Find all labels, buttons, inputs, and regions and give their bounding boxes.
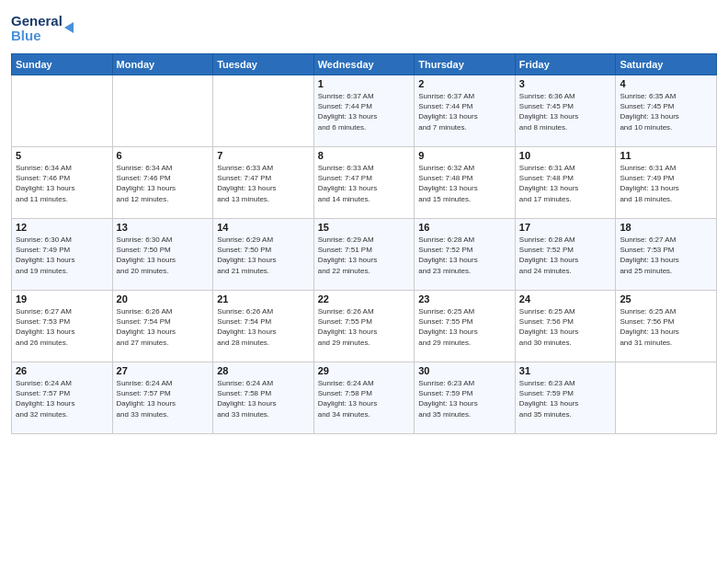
- calendar-cell: 1Sunrise: 6:37 AM Sunset: 7:44 PM Daylig…: [313, 75, 415, 147]
- day-number: 24: [519, 293, 612, 304]
- day-number: 19: [16, 293, 108, 304]
- day-info: Sunrise: 6:27 AM Sunset: 7:53 PM Dayligh…: [620, 235, 712, 276]
- svg-text:Blue: Blue: [11, 28, 41, 43]
- day-number: 3: [519, 78, 612, 89]
- day-info: Sunrise: 6:35 AM Sunset: 7:45 PM Dayligh…: [620, 91, 712, 132]
- day-number: 20: [117, 293, 210, 304]
- day-info: Sunrise: 6:30 AM Sunset: 7:50 PM Dayligh…: [117, 235, 210, 276]
- calendar-week-1: 1Sunrise: 6:37 AM Sunset: 7:44 PM Daylig…: [12, 75, 717, 147]
- day-number: 30: [418, 365, 511, 376]
- day-info: Sunrise: 6:34 AM Sunset: 7:46 PM Dayligh…: [117, 163, 210, 204]
- day-number: 21: [217, 293, 310, 304]
- svg-marker-2: [64, 22, 74, 33]
- day-info: Sunrise: 6:29 AM Sunset: 7:51 PM Dayligh…: [318, 235, 411, 276]
- day-info: Sunrise: 6:31 AM Sunset: 7:48 PM Dayligh…: [519, 163, 612, 204]
- day-number: 13: [117, 222, 210, 233]
- calendar-cell: 16Sunrise: 6:28 AM Sunset: 7:52 PM Dayli…: [415, 219, 516, 291]
- weekday-header-wednesday: Wednesday: [313, 54, 415, 75]
- calendar-cell: 20Sunrise: 6:26 AM Sunset: 7:54 PM Dayli…: [112, 291, 213, 362]
- day-info: Sunrise: 6:26 AM Sunset: 7:55 PM Dayligh…: [318, 306, 411, 348]
- day-number: 6: [117, 150, 210, 161]
- day-info: Sunrise: 6:25 AM Sunset: 7:56 PM Dayligh…: [519, 306, 612, 348]
- day-info: Sunrise: 6:23 AM Sunset: 7:59 PM Dayligh…: [519, 378, 612, 419]
- calendar-cell: 27Sunrise: 6:24 AM Sunset: 7:57 PM Dayli…: [112, 362, 213, 434]
- svg-text:General: General: [11, 13, 63, 29]
- calendar-cell: 7Sunrise: 6:33 AM Sunset: 7:47 PM Daylig…: [213, 147, 314, 219]
- calendar-cell: 22Sunrise: 6:26 AM Sunset: 7:55 PM Dayli…: [313, 291, 415, 362]
- weekday-header-friday: Friday: [515, 54, 616, 75]
- day-info: Sunrise: 6:26 AM Sunset: 7:54 PM Dayligh…: [117, 306, 210, 348]
- calendar-cell: [12, 75, 113, 147]
- header: General Blue: [11, 9, 717, 46]
- day-info: Sunrise: 6:24 AM Sunset: 7:58 PM Dayligh…: [318, 378, 411, 419]
- weekday-header-row: SundayMondayTuesdayWednesdayThursdayFrid…: [12, 54, 717, 75]
- calendar-cell: 25Sunrise: 6:25 AM Sunset: 7:56 PM Dayli…: [616, 291, 717, 362]
- day-info: Sunrise: 6:33 AM Sunset: 7:47 PM Dayligh…: [217, 163, 310, 204]
- day-info: Sunrise: 6:28 AM Sunset: 7:52 PM Dayligh…: [519, 235, 612, 276]
- calendar-cell: 26Sunrise: 6:24 AM Sunset: 7:57 PM Dayli…: [12, 362, 113, 434]
- day-info: Sunrise: 6:30 AM Sunset: 7:49 PM Dayligh…: [16, 235, 108, 276]
- calendar-cell: 28Sunrise: 6:24 AM Sunset: 7:58 PM Dayli…: [213, 362, 314, 434]
- day-number: 4: [620, 78, 712, 89]
- calendar-cell: 14Sunrise: 6:29 AM Sunset: 7:50 PM Dayli…: [213, 219, 314, 291]
- logo-svg: General Blue: [11, 9, 75, 46]
- weekday-header-thursday: Thursday: [415, 54, 516, 75]
- weekday-header-monday: Monday: [112, 54, 213, 75]
- calendar-week-2: 5Sunrise: 6:34 AM Sunset: 7:46 PM Daylig…: [12, 147, 717, 219]
- day-number: 18: [620, 222, 712, 233]
- calendar-cell: 30Sunrise: 6:23 AM Sunset: 7:59 PM Dayli…: [415, 362, 516, 434]
- day-number: 7: [217, 150, 310, 161]
- day-info: Sunrise: 6:24 AM Sunset: 7:57 PM Dayligh…: [16, 378, 108, 419]
- day-info: Sunrise: 6:28 AM Sunset: 7:52 PM Dayligh…: [418, 235, 511, 276]
- day-info: Sunrise: 6:29 AM Sunset: 7:50 PM Dayligh…: [217, 235, 310, 276]
- day-number: 15: [318, 222, 411, 233]
- calendar-cell: [616, 362, 717, 434]
- calendar-cell: 29Sunrise: 6:24 AM Sunset: 7:58 PM Dayli…: [313, 362, 415, 434]
- calendar-cell: 18Sunrise: 6:27 AM Sunset: 7:53 PM Dayli…: [616, 219, 717, 291]
- day-info: Sunrise: 6:31 AM Sunset: 7:49 PM Dayligh…: [620, 163, 712, 204]
- calendar-week-5: 26Sunrise: 6:24 AM Sunset: 7:57 PM Dayli…: [12, 362, 717, 434]
- calendar-week-3: 12Sunrise: 6:30 AM Sunset: 7:49 PM Dayli…: [12, 219, 717, 291]
- day-number: 8: [318, 150, 411, 161]
- calendar-cell: 3Sunrise: 6:36 AM Sunset: 7:45 PM Daylig…: [515, 75, 616, 147]
- calendar-cell: 2Sunrise: 6:37 AM Sunset: 7:44 PM Daylig…: [415, 75, 516, 147]
- calendar-cell: [112, 75, 213, 147]
- day-info: Sunrise: 6:36 AM Sunset: 7:45 PM Dayligh…: [519, 91, 612, 132]
- day-number: 14: [217, 222, 310, 233]
- day-info: Sunrise: 6:25 AM Sunset: 7:56 PM Dayligh…: [620, 306, 712, 348]
- day-number: 2: [418, 78, 511, 89]
- day-number: 29: [318, 365, 411, 376]
- day-info: Sunrise: 6:24 AM Sunset: 7:58 PM Dayligh…: [217, 378, 310, 419]
- day-info: Sunrise: 6:27 AM Sunset: 7:53 PM Dayligh…: [16, 306, 108, 348]
- day-info: Sunrise: 6:25 AM Sunset: 7:55 PM Dayligh…: [418, 306, 511, 348]
- calendar-cell: 9Sunrise: 6:32 AM Sunset: 7:48 PM Daylig…: [415, 147, 516, 219]
- calendar-week-4: 19Sunrise: 6:27 AM Sunset: 7:53 PM Dayli…: [12, 291, 717, 362]
- day-number: 1: [318, 78, 411, 89]
- day-number: 27: [117, 365, 210, 376]
- day-number: 5: [16, 150, 108, 161]
- day-number: 17: [519, 222, 612, 233]
- weekday-header-saturday: Saturday: [616, 54, 717, 75]
- calendar-cell: 15Sunrise: 6:29 AM Sunset: 7:51 PM Dayli…: [313, 219, 415, 291]
- calendar-cell: 12Sunrise: 6:30 AM Sunset: 7:49 PM Dayli…: [12, 219, 113, 291]
- day-number: 31: [519, 365, 612, 376]
- calendar-cell: 5Sunrise: 6:34 AM Sunset: 7:46 PM Daylig…: [12, 147, 113, 219]
- day-number: 28: [217, 365, 310, 376]
- day-number: 10: [519, 150, 612, 161]
- day-info: Sunrise: 6:37 AM Sunset: 7:44 PM Dayligh…: [318, 91, 411, 132]
- weekday-header-sunday: Sunday: [12, 54, 113, 75]
- calendar-cell: 23Sunrise: 6:25 AM Sunset: 7:55 PM Dayli…: [415, 291, 516, 362]
- calendar-cell: 4Sunrise: 6:35 AM Sunset: 7:45 PM Daylig…: [616, 75, 717, 147]
- calendar-cell: 31Sunrise: 6:23 AM Sunset: 7:59 PM Dayli…: [515, 362, 616, 434]
- calendar-cell: 11Sunrise: 6:31 AM Sunset: 7:49 PM Dayli…: [616, 147, 717, 219]
- day-number: 11: [620, 150, 712, 161]
- day-info: Sunrise: 6:23 AM Sunset: 7:59 PM Dayligh…: [418, 378, 511, 419]
- day-info: Sunrise: 6:37 AM Sunset: 7:44 PM Dayligh…: [418, 91, 511, 132]
- calendar-cell: 13Sunrise: 6:30 AM Sunset: 7:50 PM Dayli…: [112, 219, 213, 291]
- calendar-cell: 6Sunrise: 6:34 AM Sunset: 7:46 PM Daylig…: [112, 147, 213, 219]
- calendar-table: SundayMondayTuesdayWednesdayThursdayFrid…: [11, 53, 717, 434]
- day-number: 16: [418, 222, 511, 233]
- day-info: Sunrise: 6:24 AM Sunset: 7:57 PM Dayligh…: [117, 378, 210, 419]
- day-number: 12: [16, 222, 108, 233]
- day-number: 22: [318, 293, 411, 304]
